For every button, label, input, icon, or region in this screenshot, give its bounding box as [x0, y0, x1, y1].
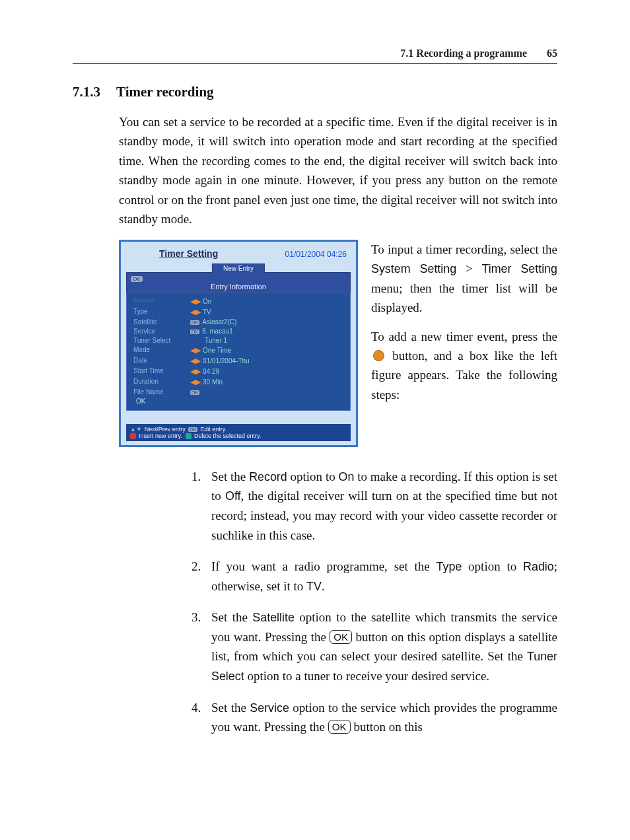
hint-bar: ▲▼Next/Prev entry. OKEdit entry. Insert …	[126, 424, 351, 441]
header-rule	[73, 63, 557, 64]
lr-arrows-icon: ◀▶	[190, 346, 201, 355]
ui-term: Off	[225, 489, 241, 503]
lr-arrows-icon: ◀▶	[190, 308, 201, 316]
ok-button-glyph: OK	[328, 720, 351, 734]
screen-title: Timer Setting	[159, 248, 218, 259]
orange-button-icon	[373, 350, 384, 361]
field-label-record: Record	[133, 297, 190, 306]
step-number: 2.	[192, 557, 201, 576]
list-item: 1.Set the Record option to On to make a …	[192, 467, 557, 545]
text: To input a timer recording, select the	[371, 242, 557, 256]
field-value-date: 01/01/2004-Thu	[203, 357, 250, 365]
entry-tab-label: New Entry	[212, 263, 265, 273]
field-value-record: On	[203, 298, 211, 305]
ok-chiplet-icon: OK	[188, 427, 197, 432]
intro-paragraph: You can set a service to be recorded at …	[119, 112, 557, 229]
section-heading: 7.1.3 Timer recording	[73, 84, 557, 100]
list-item: 4.Set the Service option to the service …	[192, 698, 557, 737]
field-value-service: 6. macau1	[202, 328, 233, 335]
entry-form: Record ◀▶On Type ◀▶TV Satellite OKAsiasa…	[126, 293, 351, 411]
text: button, and a box like the left figure a…	[371, 349, 557, 402]
list-item: 2.If you want a radio programme, set the…	[192, 557, 557, 596]
menu-path-2: Timer Setting	[481, 262, 557, 275]
updown-icon: ▲▼	[130, 426, 142, 433]
ui-term: Type	[437, 560, 462, 573]
lr-arrows-icon: ◀▶	[190, 357, 201, 365]
field-label-service: Service	[133, 328, 190, 335]
page: 7.1 Recording a programme 65 7.1.3 Timer…	[0, 0, 630, 840]
field-value-duration: 30 Min	[203, 378, 223, 386]
lr-arrows-icon: ◀▶	[190, 367, 201, 376]
steps-list: 1.Set the Record option to On to make a …	[73, 467, 557, 737]
menu-path-sep: >	[456, 262, 481, 275]
hint-nextprev: Next/Prev entry.	[145, 426, 187, 433]
field-value-mode: One Time	[203, 347, 231, 354]
red-dot-icon	[130, 433, 136, 439]
page-number: 65	[539, 48, 557, 59]
ui-term: Service	[250, 701, 289, 715]
green-dot-icon	[186, 433, 192, 439]
hint-delete: Delete the selected entry.	[194, 433, 261, 439]
field-value-start: 04:29	[203, 368, 219, 375]
field-label-filename: File Name	[133, 388, 190, 396]
running-title: 7.1 Recording a programme	[400, 48, 527, 59]
ui-term: TV	[306, 580, 322, 593]
section-title: Timer recording	[116, 84, 214, 100]
text: To add a new timer event, press the	[371, 330, 557, 343]
ok-button-glyph: OK	[330, 630, 352, 644]
field-label-tuner: Tuner Select	[133, 337, 190, 344]
tv-frame: Timer Setting 01/01/2004 04:26 New Entry…	[119, 240, 358, 447]
step-number: 1.	[192, 467, 201, 486]
section-number: 7.1.3	[73, 84, 100, 100]
ok-chiplet-icon: OK	[190, 320, 199, 325]
lr-arrows-icon: ◀▶	[190, 297, 201, 306]
timer-setting-screenshot: Timer Setting 01/01/2004 04:26 New Entry…	[119, 240, 358, 447]
ui-term: On	[338, 470, 354, 483]
lr-arrows-icon: ◀▶	[190, 378, 201, 386]
ok-chiplet-icon: OK	[190, 390, 199, 395]
entry-info-title: Entry Information	[131, 283, 346, 291]
ui-term: Radio	[523, 560, 554, 573]
field-value-type: TV	[203, 308, 211, 316]
field-label-date: Date	[133, 357, 190, 365]
list-item: 3.Set the Satellite option to the satell…	[192, 608, 557, 685]
screen-datetime: 01/01/2004 04:26	[285, 250, 347, 259]
field-label-duration: Duration	[133, 378, 190, 386]
field-value-satellite: Asiasat2(C)	[202, 318, 236, 326]
field-value-tuner: Tuner 1	[205, 337, 227, 344]
field-label-satellite: Satellite	[133, 318, 190, 326]
field-label-start: Start Time	[133, 367, 190, 376]
screen-header: Timer Setting 01/01/2004 04:26	[126, 247, 351, 264]
ok-chiplet-icon: OK	[190, 330, 199, 334]
field-label-mode: Mode	[133, 346, 190, 355]
hint-insert: Insert new entry.	[139, 433, 182, 439]
ui-term: Record	[249, 470, 287, 483]
ok-chip-icon: OK	[131, 276, 143, 282]
step-number: 3.	[192, 608, 201, 627]
entry-panel-header: New Entry OK Entry Information	[126, 272, 351, 293]
field-label-type: Type	[133, 308, 190, 316]
menu-path-1: System Setting	[371, 262, 456, 275]
hint-edit: Edit entry.	[200, 426, 227, 433]
running-header: 7.1 Recording a programme 65	[73, 48, 557, 59]
text: menu; then the timer list will be displa…	[371, 281, 557, 314]
form-ok-row: OK	[133, 398, 190, 405]
ui-term: Tuner Select	[211, 650, 557, 683]
ui-term: Satellite	[252, 611, 295, 624]
step-number: 4.	[192, 698, 201, 717]
